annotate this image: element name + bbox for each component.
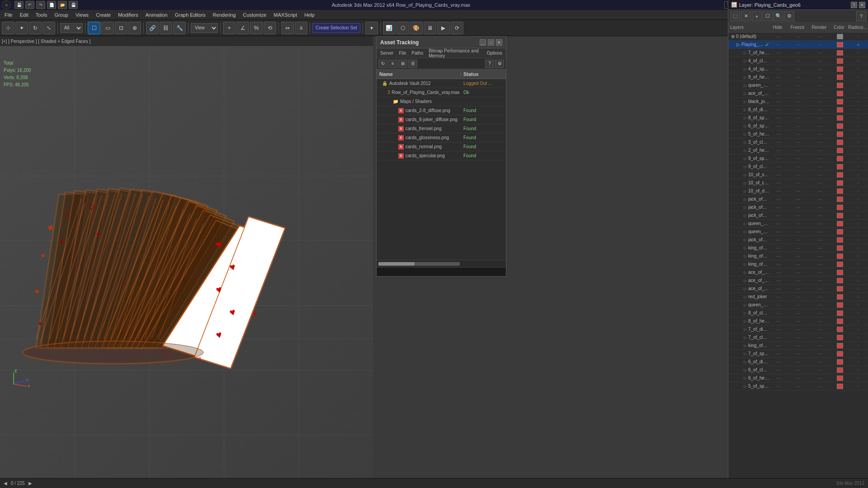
layer-select-objects-btn[interactable]: ☐ bbox=[763, 11, 773, 21]
render-check[interactable]: — bbox=[818, 384, 822, 389]
layer-row[interactable]: ▷ 3_of_clubs — — — ○ bbox=[728, 138, 868, 146]
select-btn[interactable]: ⊹ bbox=[2, 22, 14, 34]
hide-check[interactable]: — bbox=[776, 367, 781, 372]
layer-row[interactable]: ▷ 9_of_hearts — — — ○ bbox=[728, 73, 868, 81]
layer-color-swatch[interactable] bbox=[837, 335, 843, 340]
hide-check[interactable]: — bbox=[776, 343, 781, 348]
render-btn[interactable]: ▶ bbox=[437, 22, 450, 34]
layer-color-swatch[interactable] bbox=[837, 205, 843, 210]
freeze-check[interactable]: — bbox=[796, 115, 801, 120]
layer-delete-btn[interactable]: ✕ bbox=[741, 11, 751, 21]
paint-btn[interactable]: ⊕ bbox=[128, 22, 141, 34]
freeze-check[interactable]: — bbox=[796, 66, 801, 71]
asset-row-diffuse2[interactable]: B cards_8-joker_diffuse.png Found bbox=[377, 115, 506, 124]
asset-tb-help[interactable]: ? bbox=[485, 60, 494, 68]
freeze-check[interactable]: — bbox=[796, 229, 801, 234]
asset-scrollbar-track[interactable] bbox=[378, 262, 460, 266]
layer-color-swatch[interactable] bbox=[837, 34, 843, 39]
layer-color-swatch[interactable] bbox=[837, 115, 843, 121]
freeze-check[interactable]: — bbox=[796, 221, 801, 226]
menu-maxscript[interactable]: MAXScript bbox=[270, 11, 301, 19]
layer-row[interactable]: ▷ 8_of_spades — — — ○ bbox=[728, 114, 868, 122]
render-scene-btn[interactable]: 🖥 bbox=[424, 22, 436, 34]
menu-animation[interactable]: Animation bbox=[142, 11, 171, 19]
radio-btn[interactable]: ○ bbox=[857, 34, 859, 39]
asset-tb-list[interactable]: ≡ bbox=[388, 60, 397, 68]
lasso-btn[interactable]: ⊡ bbox=[115, 22, 127, 34]
angle-snap-btn[interactable]: ∠ bbox=[236, 22, 249, 34]
hide-check[interactable]: — bbox=[776, 123, 781, 128]
render-check[interactable]: — bbox=[818, 310, 822, 315]
radio-btn[interactable]: ○ bbox=[857, 99, 859, 104]
render-check[interactable]: — bbox=[818, 229, 822, 234]
asset-tb-icons[interactable]: ⊞ bbox=[398, 60, 407, 68]
render-check[interactable]: — bbox=[818, 286, 822, 291]
freeze-check[interactable]: — bbox=[796, 156, 801, 161]
hide-check[interactable]: — bbox=[776, 188, 781, 193]
hide-check[interactable]: — bbox=[776, 42, 781, 47]
freeze-check[interactable]: — bbox=[796, 319, 801, 324]
render-check[interactable]: — bbox=[818, 34, 822, 39]
layer-row[interactable]: ▷ 5_of_hearts — — — ○ bbox=[728, 130, 868, 138]
radio-btn[interactable]: ○ bbox=[857, 131, 859, 136]
menu-views[interactable]: Views bbox=[72, 11, 92, 19]
hide-check[interactable]: — bbox=[776, 34, 781, 39]
radio-btn[interactable]: ○ bbox=[857, 172, 859, 177]
radio-btn[interactable]: ○ bbox=[857, 156, 859, 161]
layer-row[interactable]: ▷ 10_of_clubs — — — ○ bbox=[728, 179, 868, 187]
hide-check[interactable]: — bbox=[776, 319, 781, 324]
radio-btn[interactable]: ○ bbox=[857, 302, 859, 307]
save-btn[interactable]: 💾 bbox=[69, 1, 78, 9]
layer-row[interactable]: ▷ 4_of_spades — — — ○ bbox=[728, 65, 868, 73]
freeze-check[interactable]: — bbox=[796, 83, 801, 88]
radio-btn[interactable]: ○ bbox=[857, 310, 859, 315]
layer-row[interactable]: ▷ 7_of_spades — — — ○ bbox=[728, 350, 868, 358]
layer-find-btn[interactable]: 🔍 bbox=[774, 11, 783, 21]
layer-row[interactable]: ▷ 8_of_hearts — — — ○ bbox=[728, 317, 868, 325]
render-check[interactable]: — bbox=[818, 66, 822, 71]
freeze-check[interactable]: — bbox=[796, 172, 801, 177]
render-check[interactable]: — bbox=[818, 343, 822, 348]
layer-row[interactable]: ▷ jack_of_clubs — — — ○ bbox=[728, 211, 868, 220]
layer-color-swatch[interactable] bbox=[837, 172, 843, 178]
layer-color-swatch[interactable] bbox=[837, 343, 843, 348]
freeze-check[interactable]: — bbox=[796, 351, 801, 356]
layer-color-swatch[interactable] bbox=[837, 384, 843, 389]
hide-check[interactable]: — bbox=[776, 310, 781, 315]
layer-row[interactable]: ▷ 8_of_diamonds — — — ○ bbox=[728, 106, 868, 114]
layer-color-swatch[interactable] bbox=[837, 278, 843, 283]
render-check[interactable]: — bbox=[818, 123, 822, 128]
render-check[interactable]: — bbox=[818, 221, 822, 226]
layer-color-swatch[interactable] bbox=[837, 310, 843, 316]
hide-check[interactable]: — bbox=[776, 91, 781, 96]
hide-check[interactable]: — bbox=[776, 58, 781, 63]
hide-check[interactable]: — bbox=[776, 302, 781, 307]
render-check[interactable]: — bbox=[818, 294, 822, 299]
layer-color-swatch[interactable] bbox=[837, 58, 843, 64]
hide-check[interactable]: — bbox=[776, 164, 781, 169]
radio-btn[interactable]: ○ bbox=[857, 115, 859, 120]
radio-btn[interactable]: ○ bbox=[857, 58, 859, 63]
filter-dropdown[interactable]: All bbox=[60, 23, 83, 33]
spinner-snap-btn[interactable]: ⟲ bbox=[264, 22, 276, 34]
layer-row[interactable]: ▷ 10_of_spades — — — ○ bbox=[728, 171, 868, 179]
layer-color-swatch[interactable] bbox=[837, 66, 843, 72]
radio-btn[interactable]: ○ bbox=[857, 245, 859, 250]
radio-btn[interactable]: ○ bbox=[857, 42, 859, 47]
freeze-check[interactable]: — bbox=[796, 148, 801, 153]
radio-btn[interactable]: ○ bbox=[857, 188, 859, 193]
render-check[interactable]: — bbox=[818, 253, 822, 258]
layer-color-swatch[interactable] bbox=[837, 107, 843, 113]
asset-menu-file[interactable]: File bbox=[397, 51, 408, 56]
hide-check[interactable]: — bbox=[776, 66, 781, 71]
hide-check[interactable]: — bbox=[776, 359, 781, 364]
menu-modifiers[interactable]: Modifiers bbox=[114, 11, 142, 19]
layer-color-swatch[interactable] bbox=[837, 75, 843, 80]
link-btn[interactable]: 🔗 bbox=[146, 22, 159, 34]
asset-row-specular[interactable]: B cards_specular.png Found bbox=[377, 151, 506, 160]
nav-prev[interactable]: ◀ bbox=[4, 481, 7, 486]
asset-row-glossiness[interactable]: B cards_glossiness.png Found bbox=[377, 133, 506, 142]
layer-row[interactable]: ▷ red_joker — — — ○ bbox=[728, 293, 868, 301]
layer-add-selection-btn[interactable]: + bbox=[752, 11, 762, 21]
layer-row[interactable]: ▷ 7_of_clubs — — — ○ bbox=[728, 333, 868, 342]
